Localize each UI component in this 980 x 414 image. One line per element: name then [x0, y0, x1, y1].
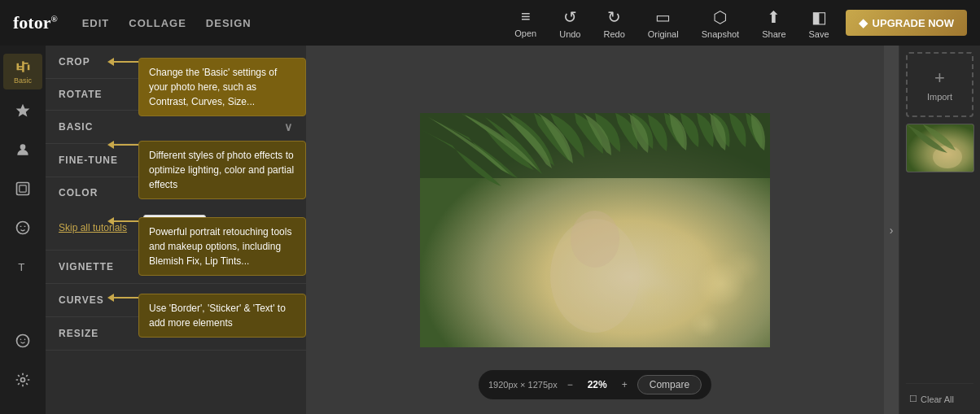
crop-header[interactable]: CROP ∨: [46, 46, 306, 78]
panel-section-finetune: FINE-TUNE ∨: [46, 144, 306, 177]
right-panel: + Import ☐ Clear All: [899, 46, 980, 414]
basic-header[interactable]: BASIC ∨: [46, 111, 306, 143]
sidebar-item-text[interactable]: T: [3, 249, 42, 285]
tool-snapshot[interactable]: ⬡ Snapshot: [702, 7, 739, 39]
menu-icon: ≡: [521, 7, 531, 26]
upgrade-button[interactable]: ◆ UPGRADE NOW: [846, 10, 967, 36]
crop-chevron: ∨: [284, 55, 293, 68]
image-dimensions: 1920px × 1275px: [488, 380, 558, 390]
sidebar-item-frame[interactable]: [3, 171, 42, 207]
finetune-header[interactable]: FINE-TUNE ∨: [46, 144, 306, 176]
panel-section-basic: BASIC ∨: [46, 111, 306, 144]
vignette-chevron: ∨: [284, 260, 293, 273]
nav-design[interactable]: DESIGN: [206, 17, 252, 29]
app-logo: fotor®: [13, 12, 58, 33]
resize-header[interactable]: RESIZE ∨: [46, 317, 306, 350]
svg-marker-6: [16, 104, 30, 117]
svg-point-21: [721, 250, 762, 285]
sidebar-basic-label: Basic: [14, 76, 32, 85]
sidebar-item-settings[interactable]: [3, 362, 42, 398]
zoom-in-button[interactable]: +: [619, 379, 631, 390]
svg-text:T: T: [18, 261, 24, 273]
nav-links: EDIT COLLAGE DESIGN: [82, 17, 252, 29]
nav-collage[interactable]: COLLAGE: [129, 17, 186, 29]
share-icon: ⬆: [767, 7, 781, 27]
status-bar: 1920px × 1275px − 22% + Compare: [479, 370, 711, 399]
nav-edit[interactable]: EDIT: [82, 17, 110, 29]
svg-point-24: [571, 211, 619, 268]
clear-all-button[interactable]: ☐ Clear All: [906, 390, 973, 407]
photo-canvas: [420, 113, 770, 347]
tool-undo[interactable]: ↺ Undo: [559, 7, 580, 39]
rotate-header[interactable]: ROTATE: [46, 79, 306, 110]
tool-save[interactable]: ◧ Save: [809, 7, 829, 39]
edit-panel: CROP ∨ ROTATE BASIC ∨ FINE-TUN: [46, 46, 306, 414]
import-button[interactable]: + Import: [906, 52, 973, 117]
compare-button[interactable]: Compare: [637, 375, 702, 394]
top-nav: fotor® EDIT COLLAGE DESIGN ≡ Open ↺ Undo…: [0, 0, 980, 46]
save-icon: ◧: [812, 7, 827, 27]
svg-point-10: [17, 222, 29, 234]
svg-rect-8: [17, 183, 29, 195]
svg-point-20: [690, 312, 720, 338]
svg-rect-5: [17, 69, 23, 71]
curves-chevron: ∨: [284, 294, 293, 307]
import-label: Import: [927, 92, 952, 102]
panel-section-vignette: VIGNETTE ∨: [46, 251, 306, 284]
svg-point-13: [20, 339, 22, 341]
diamond-icon: ◆: [859, 16, 868, 29]
svg-rect-4: [23, 63, 28, 64]
undo-icon: ↺: [563, 7, 577, 27]
curves-header[interactable]: CURVES ∨: [46, 284, 306, 316]
canvas-area: 1920px × 1275px − 22% + Compare: [306, 46, 884, 414]
main-area: Basic T: [0, 46, 980, 414]
plus-icon: +: [934, 68, 945, 89]
frame-icon: [15, 181, 31, 197]
left-sidebar: Basic T: [0, 46, 46, 414]
thumbnail-image: [907, 124, 974, 172]
tool-open[interactable]: ≡ Open: [514, 7, 536, 38]
finetune-chevron: ∨: [284, 154, 293, 167]
sidebar-item-basic[interactable]: Basic: [3, 54, 42, 89]
svg-point-15: [21, 378, 25, 382]
svg-point-19: [638, 284, 674, 316]
tool-share[interactable]: ⬆ Share: [762, 7, 785, 39]
got-it-button[interactable]: Got it: [143, 215, 206, 240]
effect-icon: [15, 102, 31, 119]
sticker-icon: [15, 220, 31, 236]
panel-section-color: COLOR Skip all tutorials Got it: [46, 177, 306, 251]
sidebar-bottom: [3, 323, 42, 406]
original-icon: ▭: [655, 7, 671, 27]
sidebar-item-sticker[interactable]: [3, 210, 42, 246]
skip-tutorials-link[interactable]: Skip all tutorials: [59, 222, 127, 233]
sidebar-item-smile[interactable]: [3, 323, 42, 359]
clear-label: Clear All: [921, 394, 954, 404]
portrait-icon: [15, 142, 31, 158]
text-icon: T: [15, 259, 31, 275]
right-panel-toggle[interactable]: ›: [884, 46, 899, 414]
color-header[interactable]: COLOR: [46, 177, 306, 208]
snapshot-icon: ⬡: [713, 7, 727, 27]
sidebar-item-effect[interactable]: [3, 93, 42, 129]
smile-icon: [15, 333, 31, 349]
redo-icon: ↻: [607, 7, 621, 27]
top-tools: ≡ Open ↺ Undo ↻ Redo ▭ Original ⬡ Snapsh…: [514, 7, 829, 39]
panel-section-rotate: ROTATE: [46, 79, 306, 111]
sliders-icon: [15, 59, 31, 75]
tool-redo[interactable]: ↻ Redo: [603, 7, 624, 39]
panel-section-resize: RESIZE ∨: [46, 317, 306, 351]
tool-original[interactable]: ▭ Original: [648, 7, 679, 39]
svg-point-14: [24, 339, 26, 341]
zoom-level: 22%: [583, 379, 612, 390]
clear-icon: ☐: [909, 394, 917, 404]
resize-chevron: ∨: [284, 327, 293, 340]
panel-section-crop: CROP ∨: [46, 46, 306, 79]
panel-section-curves: CURVES ∨: [46, 284, 306, 317]
basic-chevron: ∨: [284, 120, 293, 133]
photo-thumbnail[interactable]: [906, 124, 974, 172]
sidebar-item-portrait[interactable]: [3, 132, 42, 168]
svg-rect-2: [28, 65, 30, 71]
zoom-out-button[interactable]: −: [564, 379, 576, 390]
svg-point-7: [20, 144, 26, 150]
vignette-header[interactable]: VIGNETTE ∨: [46, 251, 306, 283]
